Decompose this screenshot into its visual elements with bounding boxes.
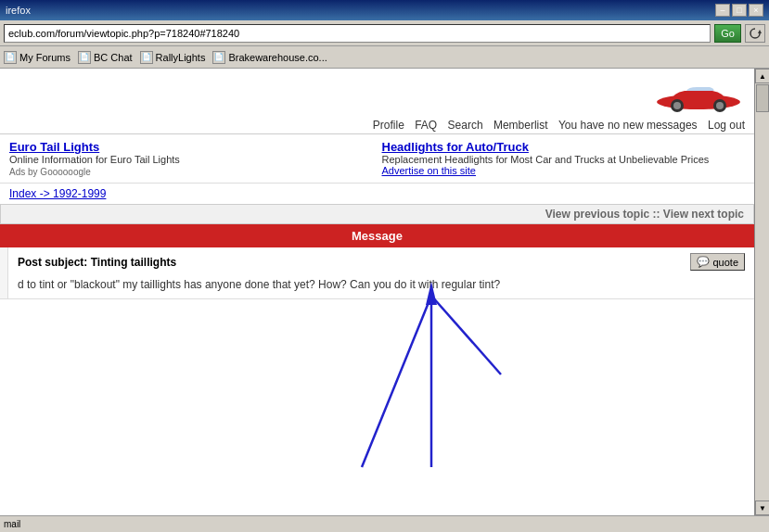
- minimize-button[interactable]: –: [715, 4, 730, 17]
- post-subject-prefix: Post subject:: [18, 256, 87, 269]
- post-body: d to tint or "blackout" my taillights ha…: [18, 276, 745, 293]
- browser-content: Profile FAQ Search Memberlist You have n…: [0, 69, 769, 515]
- svg-marker-0: [758, 30, 762, 33]
- breadcrumb: Index -> 1992-1999: [0, 184, 754, 204]
- close-button[interactable]: ×: [749, 4, 763, 17]
- quote-button[interactable]: 💬 quote: [690, 253, 745, 271]
- ad-headlights: Headlights for Auto/Truck Replacement He…: [382, 140, 746, 177]
- ad-tail-lights-desc: Online Information for Euro Tail Lights: [9, 154, 373, 165]
- site-nav: Profile FAQ Search Memberlist You have n…: [0, 117, 754, 134]
- ad-headlights-desc: Replacement Headlights for Most Car and …: [382, 154, 746, 165]
- car-banner: [0, 69, 754, 117]
- bookmark-label-rallylights: RallyLights: [156, 52, 206, 63]
- car-svg: [652, 76, 745, 113]
- bookmark-brakewarehouse[interactable]: 📄 Brakewarehouse.co...: [212, 51, 327, 64]
- bookmark-icon-bc-chat: 📄: [78, 51, 91, 64]
- message-header: Message: [0, 224, 754, 247]
- post-row: Post subject: Tinting taillights 💬 quote…: [0, 247, 754, 299]
- bookmark-my-forums[interactable]: 📄 My Forums: [4, 51, 70, 64]
- scroll-down-arrow[interactable]: ▼: [755, 500, 769, 515]
- post-info: [0, 247, 8, 298]
- message-header-label: Message: [352, 229, 403, 243]
- maximize-button[interactable]: □: [732, 4, 747, 17]
- ad-tail-lights: Euro Tail Lights Online Information for …: [9, 140, 373, 177]
- nav-faq[interactable]: FAQ: [415, 119, 437, 132]
- scroll-thumb[interactable]: [756, 84, 769, 112]
- svg-line-6: [362, 296, 431, 467]
- address-bar: Go: [0, 20, 769, 46]
- scrollbar[interactable]: ▲ ▼: [754, 69, 769, 515]
- post-subject: Post subject: Tinting taillights: [18, 256, 176, 269]
- scroll-up-arrow[interactable]: ▲: [755, 69, 769, 83]
- scroll-track[interactable]: [755, 83, 769, 500]
- topic-controls: View previous topic :: View next topic: [0, 204, 754, 224]
- bookmark-bc-chat[interactable]: 📄 BC Chat: [78, 51, 133, 64]
- quote-icon: 💬: [697, 256, 710, 268]
- refresh-icon: [749, 27, 762, 40]
- bookmark-icon-my-forums: 📄: [4, 51, 17, 64]
- car-image: [652, 76, 745, 113]
- bookmark-rallylights[interactable]: 📄 RallyLights: [140, 51, 206, 64]
- go-button[interactable]: Go: [714, 24, 741, 43]
- advertise-link[interactable]: Advertise on this site: [382, 165, 746, 176]
- bookmark-icon-brakewarehouse: 📄: [212, 51, 225, 64]
- quote-label: quote: [712, 257, 738, 268]
- ad-headlights-title[interactable]: Headlights for Auto/Truck: [382, 140, 746, 154]
- bookmarks-bar: 📄 My Forums 📄 BC Chat 📄 RallyLights 📄 Br…: [0, 46, 769, 69]
- nav-messages: You have no new messages: [558, 119, 698, 132]
- status-text: mail: [4, 519, 20, 529]
- nav-search[interactable]: Search: [448, 119, 483, 132]
- ads-by-label: Ads by Goooooogle: [9, 167, 373, 177]
- nav-memberlist[interactable]: Memberlist: [493, 119, 548, 132]
- svg-line-7: [431, 296, 501, 374]
- window-controls: – □ ×: [715, 4, 763, 17]
- post-content: Post subject: Tinting taillights 💬 quote…: [8, 247, 754, 298]
- page-content: Profile FAQ Search Memberlist You have n…: [0, 69, 754, 515]
- bookmark-icon-rallylights: 📄: [140, 51, 153, 64]
- status-bar: mail: [0, 515, 769, 532]
- svg-point-5: [716, 102, 724, 109]
- window-title: irefox: [6, 5, 31, 16]
- breadcrumb-link[interactable]: Index -> 1992-1999: [9, 187, 106, 200]
- nav-logout[interactable]: Log out: [708, 119, 745, 132]
- bookmark-label-my-forums: My Forums: [19, 52, 70, 63]
- bookmark-label-brakewarehouse: Brakewarehouse.co...: [228, 52, 327, 63]
- url-input[interactable]: [4, 24, 711, 43]
- title-bar: irefox – □ ×: [0, 0, 769, 20]
- ads-section: Euro Tail Lights Online Information for …: [0, 134, 754, 184]
- post-subject-bar: Post subject: Tinting taillights 💬 quote: [18, 253, 745, 271]
- topic-nav-link[interactable]: View previous topic :: View next topic: [545, 208, 744, 221]
- svg-point-3: [673, 102, 681, 109]
- ad-tail-lights-title[interactable]: Euro Tail Lights: [9, 140, 373, 154]
- nav-profile[interactable]: Profile: [373, 119, 404, 132]
- bookmark-label-bc-chat: BC Chat: [94, 52, 133, 63]
- refresh-button[interactable]: [745, 24, 765, 43]
- post-subject-text: Tinting taillights: [91, 256, 176, 269]
